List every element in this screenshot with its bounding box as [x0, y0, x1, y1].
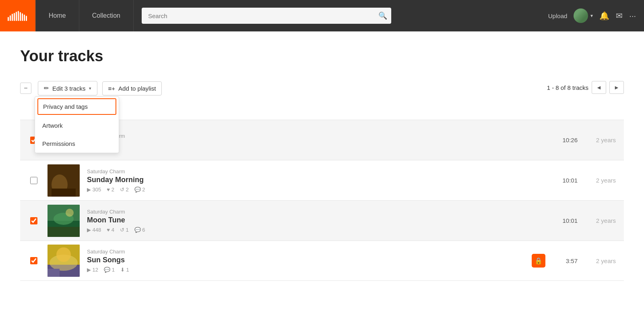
toolbar-right: 1 - 8 of 8 tracks ◄ ►: [547, 81, 624, 94]
track-info: Saturday Charm Sun Songs ▶ 12 💬 1 ⬇ 1: [87, 243, 532, 278]
like-stat: ♥ 4: [107, 227, 114, 233]
chevron-down-icon: ▾: [590, 13, 593, 19]
track-stats: ↺ 1 💬 5: [87, 141, 557, 147]
svg-rect-23: [47, 269, 60, 277]
notifications-icon[interactable]: 🔔: [599, 11, 609, 21]
track-duration: 10:01: [557, 217, 578, 224]
svg-rect-7: [22, 13, 23, 21]
upload-button[interactable]: Upload: [548, 12, 568, 19]
more-options-icon[interactable]: ···: [629, 11, 636, 21]
svg-rect-0: [8, 17, 9, 21]
play-stat: ▶ 448: [87, 227, 101, 233]
track-duration: 10:01: [557, 177, 578, 184]
track-title: Sunday Morning: [87, 176, 557, 184]
track-meta: 🔒 3:57 2 years: [532, 254, 624, 268]
comment-stat: 💬 6: [134, 227, 145, 233]
svg-rect-4: [16, 12, 17, 21]
comment-stat: 💬 2: [134, 187, 145, 193]
track-meta: 10:26 2 years: [557, 137, 624, 143]
nav-home[interactable]: Home: [35, 0, 79, 31]
track-stats: ▶ 12 💬 1 ⬇ 1: [87, 267, 532, 273]
header: Home Collection 🔍 Upload ▾ 🔔 ✉ ···: [0, 0, 644, 31]
toolbar: − ✏ Edit 3 tracks ▾ ≡+ Add to playlist P…: [20, 81, 624, 95]
page-title: Your tracks: [20, 48, 624, 65]
svg-rect-1: [10, 15, 11, 21]
dropdown-permissions[interactable]: Permissions: [35, 135, 119, 153]
track-thumbnail: [47, 245, 80, 277]
track-thumbnail: [47, 205, 80, 237]
add-to-playlist-label: Add to playlist: [118, 85, 156, 92]
avatar: [574, 8, 588, 23]
tracks-count: 1 - 8 of 8 tracks: [547, 84, 588, 91]
next-page-button[interactable]: ►: [609, 81, 624, 94]
main-nav: Home Collection: [35, 0, 134, 31]
track-checkbox[interactable]: [30, 177, 37, 184]
track-info: Saturday Charm ↺ 1 💬 5: [87, 127, 557, 153]
collapse-button[interactable]: −: [20, 83, 31, 94]
track-artist: Saturday Charm: [87, 209, 557, 215]
table-row: Saturday Charm Sun Songs ▶ 12 💬 1 ⬇ 1 🔒 …: [20, 241, 624, 281]
search-input[interactable]: [142, 8, 391, 24]
prev-page-button[interactable]: ◄: [592, 81, 606, 94]
play-stat: ▶ 305: [87, 187, 101, 193]
nav-collection[interactable]: Collection: [79, 0, 134, 31]
svg-rect-13: [52, 189, 76, 197]
avatar-area[interactable]: ▾: [574, 8, 593, 23]
track-artist: Saturday Charm: [87, 249, 532, 255]
add-to-playlist-button[interactable]: ≡+ Add to playlist: [102, 81, 162, 95]
track-duration: 10:26: [557, 137, 578, 143]
track-checkbox[interactable]: [30, 257, 37, 264]
like-stat: ♥ 2: [107, 187, 114, 193]
track-meta: 10:01 2 years: [557, 217, 624, 224]
repost-stat: ↺ 2: [120, 187, 129, 193]
track-info: Saturday Charm Sunday Morning ▶ 305 ♥ 2 …: [87, 163, 557, 198]
search-icon[interactable]: 🔍: [378, 11, 387, 20]
dropdown-artwork[interactable]: Artwork: [35, 116, 119, 135]
play-stat: ▶ 12: [87, 267, 98, 273]
comment-stat: 💬 1: [104, 267, 115, 273]
track-meta: 10:01 2 years: [557, 177, 624, 184]
track-stats: ▶ 305 ♥ 2 ↺ 2 💬 2: [87, 187, 557, 193]
edit-dropdown-menu: Privacy and tags Artwork Permissions: [35, 96, 119, 153]
lock-icon: 🔒: [535, 257, 543, 265]
main-content: Your tracks − ✏ Edit 3 tracks ▾ ≡+ Add t…: [0, 31, 644, 297]
track-artist: Saturday Charm: [87, 168, 557, 174]
download-stat: ⬇ 1: [120, 267, 129, 273]
svg-rect-9: [26, 16, 27, 21]
messages-icon[interactable]: ✉: [616, 11, 623, 21]
track-age: 2 years: [590, 137, 616, 143]
edit-tracks-button[interactable]: ✏ Edit 3 tracks ▾: [38, 81, 97, 95]
svg-point-18: [66, 209, 74, 217]
svg-rect-2: [12, 14, 13, 21]
track-checkbox-area: [20, 177, 47, 184]
toolbar-left: − ✏ Edit 3 tracks ▾ ≡+ Add to playlist P…: [20, 81, 162, 95]
search-wrapper: 🔍: [142, 8, 391, 24]
edit-tracks-label: Edit 3 tracks: [52, 85, 86, 92]
track-thumbnail: [47, 164, 80, 197]
dropdown-privacy-tags[interactable]: Privacy and tags: [37, 98, 116, 115]
playlist-add-icon: ≡+: [108, 85, 116, 92]
track-age: 2 years: [590, 217, 616, 224]
track-duration: 3:57: [557, 257, 578, 264]
table-row: Saturday Charm Moon Tune ▶ 448 ♥ 4 ↺ 1 💬…: [20, 200, 624, 241]
table-row: Saturday Charm Sunday Morning ▶ 305 ♥ 2 …: [20, 160, 624, 200]
logo[interactable]: [0, 0, 35, 31]
svg-rect-3: [14, 13, 15, 21]
track-checkbox[interactable]: [30, 217, 37, 224]
track-age: 2 years: [590, 177, 616, 184]
track-checkbox-area: [20, 217, 47, 224]
svg-rect-6: [20, 12, 21, 21]
chevron-down-icon: ▾: [89, 86, 91, 91]
svg-rect-17: [47, 227, 80, 237]
header-right: Upload ▾ 🔔 ✉ ···: [540, 8, 644, 23]
track-artist: Saturday Charm: [87, 133, 557, 139]
track-stats: ▶ 448 ♥ 4 ↺ 1 💬 6: [87, 227, 557, 233]
track-age: 2 years: [590, 257, 616, 264]
svg-rect-5: [18, 11, 19, 21]
svg-point-22: [56, 247, 71, 262]
lock-badge: 🔒: [532, 254, 545, 268]
repost-stat: ↺ 1: [120, 227, 129, 233]
track-title: Moon Tune: [87, 216, 557, 224]
track-title: Sun Songs: [87, 256, 532, 264]
track-info: Saturday Charm Moon Tune ▶ 448 ♥ 4 ↺ 1 💬…: [87, 203, 557, 239]
